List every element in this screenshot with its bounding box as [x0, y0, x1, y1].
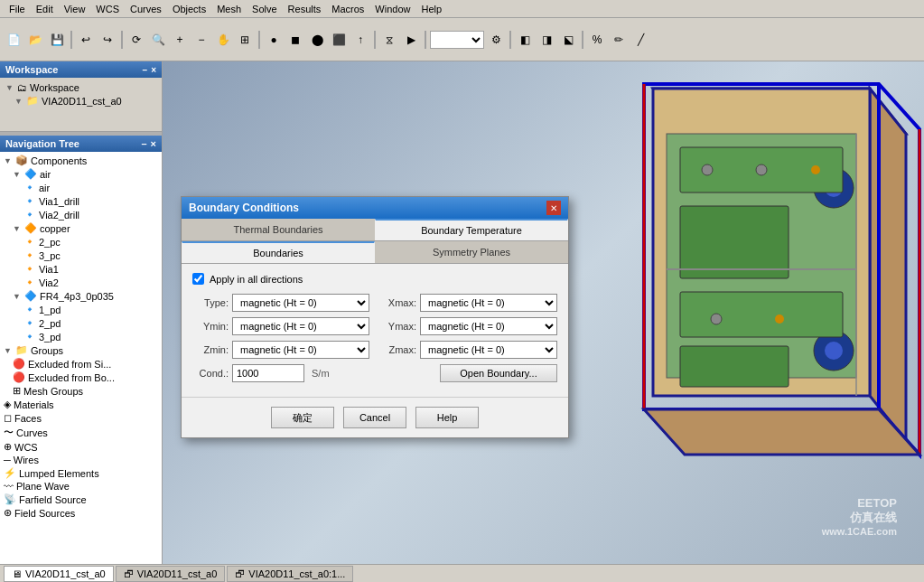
tree-via1[interactable]: 🔸 Via1	[2, 262, 160, 276]
tree-2pd[interactable]: 🔹 2_pd	[2, 316, 160, 330]
tb-percent[interactable]: %	[587, 30, 607, 50]
workspace-file[interactable]: ▼ 📁 VIA20D11_cst_a0	[4, 94, 158, 108]
tree-materials[interactable]: ◈ Materials	[2, 398, 160, 411]
tree-wires[interactable]: ─ Wires	[2, 454, 160, 466]
zmin-select[interactable]: magnetic (Ht = 0) electric (Et = 0)	[232, 341, 369, 359]
tab-thermal-boundaries[interactable]: Thermal Boundaries	[182, 219, 375, 240]
tree-2pc[interactable]: 🔸 2_pc	[2, 235, 160, 249]
menu-objects[interactable]: Objects	[167, 2, 211, 16]
menu-view[interactable]: View	[59, 2, 91, 16]
help-button[interactable]: Help	[415, 407, 479, 428]
menu-file[interactable]: File	[4, 2, 31, 16]
tab-boundaries[interactable]: Boundaries	[182, 241, 375, 263]
tree-field-sources[interactable]: ⊛ Field Sources	[2, 506, 160, 520]
tb-fit[interactable]: ⊞	[235, 30, 255, 50]
tree-faces[interactable]: ◻ Faces	[2, 411, 160, 425]
faces-label: Faces	[14, 413, 42, 424]
tree-via2[interactable]: 🔸 Via2	[2, 276, 160, 289]
tb-zoom-out[interactable]: −	[191, 30, 211, 50]
tb-view2[interactable]: ◨	[537, 30, 556, 50]
tree-via2-drill[interactable]: 🔹 Via2_drill	[2, 208, 160, 221]
tb-line[interactable]: ╱	[630, 30, 650, 50]
tree-air[interactable]: ▼ 🔷 air	[2, 167, 160, 181]
menu-results[interactable]: Results	[283, 2, 327, 16]
xmax-select[interactable]: magnetic (Ht = 0) electric (Et = 0)	[420, 294, 557, 312]
tree-excl-bo[interactable]: 🔴 Excluded from Bo...	[2, 371, 160, 384]
nav-tree-pin[interactable]: –	[141, 138, 146, 149]
tree-3pd[interactable]: 🔹 3_pd	[2, 330, 160, 343]
menu-mesh[interactable]: Mesh	[211, 2, 247, 16]
status-tab-1[interactable]: 🖥 VIA20D11_cst_a0	[4, 566, 114, 582]
3d-viewport[interactable]: EETOP 仿真在线 www.1CAE.com Boundary Conditi…	[163, 61, 924, 564]
status-tab-3[interactable]: 🗗 VIA20D11_cst_a0:1...	[227, 566, 353, 582]
3pc-icon: 🔸	[23, 249, 36, 261]
tree-fr4[interactable]: ▼ 🔷 FR4_4p3_0p035	[2, 289, 160, 303]
dialog-close-button[interactable]: ✕	[546, 201, 561, 215]
tb-zoom[interactable]: 🔍	[148, 30, 168, 50]
plane-wave-icon: 〰	[4, 481, 14, 492]
tb-run[interactable]: ▶	[401, 30, 421, 50]
tb-extrude[interactable]: ⬛	[329, 30, 349, 50]
tab-symmetry-planes[interactable]: Symmetry Planes	[375, 241, 568, 263]
ymax-select[interactable]: magnetic (Ht = 0) electric (Et = 0)	[420, 317, 557, 335]
solver-dropdown[interactable]: Free	[430, 31, 484, 49]
tb-save[interactable]: 💾	[47, 30, 67, 50]
tb-redo[interactable]: ↪	[98, 30, 117, 50]
tree-farfield[interactable]: 📡 Farfield Source	[2, 493, 160, 506]
open-boundary-button[interactable]: Open Boundary...	[440, 364, 557, 382]
air-inner-label: air	[39, 183, 50, 193]
tb-rotate[interactable]: ⟳	[126, 30, 146, 50]
nav-tree-close[interactable]: ×	[151, 138, 156, 149]
tree-copper[interactable]: ▼ 🔶 copper	[2, 221, 160, 235]
workspace-root[interactable]: ▼ 🗂 Workspace	[4, 81, 158, 94]
menu-solve[interactable]: Solve	[247, 2, 283, 16]
via2drill-icon: 🔹	[23, 209, 36, 221]
menu-edit[interactable]: Edit	[31, 2, 59, 16]
tb-undo[interactable]: ↩	[76, 30, 96, 50]
tree-1pd[interactable]: 🔹 1_pd	[2, 303, 160, 316]
tree-3pc[interactable]: 🔸 3_pc	[2, 249, 160, 262]
type-select[interactable]: magnetic (Ht = 0) electric (Et = 0) open	[232, 294, 369, 312]
ymin-select[interactable]: magnetic (Ht = 0) electric (Et = 0)	[232, 317, 369, 335]
tb-view3[interactable]: ⬕	[558, 30, 578, 50]
tb-pan[interactable]: ✋	[213, 30, 233, 50]
tb-mesh[interactable]: ⧖	[379, 30, 399, 50]
tb-open[interactable]: 📂	[25, 30, 45, 50]
tree-excl-si[interactable]: 🔴 Excluded from Si...	[2, 357, 160, 371]
apply-all-checkbox[interactable]	[192, 273, 204, 285]
tb-pick[interactable]: ↑	[350, 30, 370, 50]
tb-draw[interactable]: ✏	[609, 30, 629, 50]
menu-curves[interactable]: Curves	[125, 2, 167, 16]
status-tab-2[interactable]: 🗗 VIA20D11_cst_a0	[116, 566, 226, 582]
tree-mesh-groups[interactable]: ⊞ Mesh Groups	[2, 384, 160, 398]
tree-plane-wave[interactable]: 〰 Plane Wave	[2, 480, 160, 493]
tree-components[interactable]: ▼ 📦 Components	[2, 154, 160, 167]
tree-wcs[interactable]: ⊕ WCS	[2, 440, 160, 454]
tree-via1-drill[interactable]: 🔹 Via1_drill	[2, 194, 160, 208]
tb-settings[interactable]: ⚙	[486, 30, 506, 50]
menu-help[interactable]: Help	[415, 2, 447, 16]
tb-cylinder[interactable]: ⬤	[307, 30, 327, 50]
sep3	[258, 31, 260, 49]
cond-input[interactable]	[232, 364, 304, 382]
zmax-select[interactable]: magnetic (Ht = 0) electric (Et = 0)	[420, 341, 557, 359]
tree-curves[interactable]: 〜 Curves	[2, 425, 160, 440]
tb-view1[interactable]: ◧	[515, 30, 535, 50]
ok-button[interactable]: 确定	[271, 407, 334, 428]
tb-new[interactable]: 📄	[4, 30, 23, 50]
workspace-pin[interactable]: –	[143, 65, 148, 75]
workspace-title: Workspace	[5, 64, 59, 75]
cancel-button[interactable]: Cancel	[343, 407, 406, 428]
menu-wcs[interactable]: WCS	[90, 2, 125, 16]
tb-sphere[interactable]: ●	[264, 30, 284, 50]
tree-air-inner[interactable]: 🔹 air	[2, 181, 160, 194]
tb-zoom-in[interactable]: +	[170, 30, 190, 50]
tree-groups[interactable]: ▼ 📁 Groups	[2, 343, 160, 357]
tb-cube[interactable]: ◼	[285, 30, 305, 50]
field-sources-label: Field Sources	[14, 508, 75, 519]
menu-macros[interactable]: Macros	[326, 2, 369, 16]
menu-window[interactable]: Window	[369, 2, 415, 16]
tab-boundary-temperature[interactable]: Boundary Temperature	[375, 219, 568, 240]
workspace-close[interactable]: ×	[151, 65, 156, 75]
tree-lumped[interactable]: ⚡ Lumped Elements	[2, 466, 160, 480]
